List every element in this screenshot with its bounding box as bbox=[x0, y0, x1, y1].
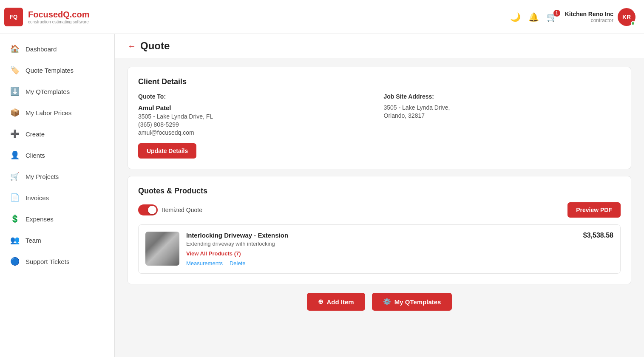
client-details-title: Client Details bbox=[138, 77, 621, 86]
quotes-products-title: Quotes & Products bbox=[138, 187, 621, 196]
my-qtemplates-label: My QTemplates bbox=[394, 298, 441, 306]
toggle-left: Itemized Quote bbox=[138, 204, 202, 215]
client-email: amul@focusedq.com bbox=[138, 129, 375, 136]
create-icon: ➕ bbox=[10, 129, 20, 139]
itemized-quote-toggle[interactable] bbox=[138, 204, 158, 215]
logo-text-block: FocusedQ.com construction estimating sof… bbox=[28, 10, 89, 24]
main-content: ← Quote Client Details Quote To: Amul Pa… bbox=[115, 34, 644, 357]
sidebar-label-invoices: Invoices bbox=[26, 194, 49, 201]
sidebar-label-my-projects: My Projects bbox=[26, 173, 59, 180]
sidebar-item-clients[interactable]: 👤 Clients bbox=[0, 144, 114, 166]
quotes-products-card: Quotes & Products Itemized Quote Preview… bbox=[128, 176, 631, 284]
topbar: FQ FocusedQ.com construction estimating … bbox=[0, 0, 644, 34]
toggle-knob bbox=[148, 206, 156, 214]
logo-subtitle: construction estimating software bbox=[28, 20, 89, 24]
cart-badge: 1 bbox=[553, 10, 560, 17]
avatar[interactable]: KR bbox=[618, 8, 635, 26]
preview-pdf-button[interactable]: Preview PDF bbox=[567, 202, 621, 218]
logo-initials: FQ bbox=[10, 14, 17, 20]
sidebar-label-clients: Clients bbox=[26, 152, 45, 159]
sidebar-label-support-tickets: Support Tickets bbox=[26, 258, 69, 265]
sidebar-item-my-labor-prices[interactable]: 📦 My Labor Prices bbox=[0, 102, 114, 123]
sidebar-label-my-qtemplates: My QTemplates bbox=[26, 88, 70, 95]
topbar-right: 🌙 🔔 🛒 1 Kitchen Reno Inc contractor KR bbox=[510, 8, 635, 26]
sidebar-label-expenses: Expenses bbox=[26, 215, 54, 223]
product-price: $3,538.58 bbox=[583, 232, 613, 239]
team-icon: 👥 bbox=[10, 235, 20, 245]
measurements-link[interactable]: Measurements bbox=[186, 260, 223, 266]
job-site-label: Job Site Address: bbox=[384, 93, 621, 100]
quote-to-label: Quote To: bbox=[138, 93, 375, 100]
client-phone: (365) 808-5299 bbox=[138, 121, 375, 128]
moon-icon[interactable]: 🌙 bbox=[510, 12, 521, 22]
my-qtemplates-icon: ⬇️ bbox=[10, 87, 20, 96]
sidebar-item-my-qtemplates[interactable]: ⬇️ My QTemplates bbox=[0, 81, 114, 102]
quote-to-section: Quote To: Amul Patel 3505 - Lake Lynda D… bbox=[138, 93, 375, 159]
sidebar-item-invoices[interactable]: 📄 Invoices bbox=[0, 187, 114, 208]
client-name: Amul Patel bbox=[138, 104, 375, 111]
toggle-row: Itemized Quote Preview PDF bbox=[138, 202, 621, 218]
view-all-products-link[interactable]: View All Products (7) bbox=[186, 250, 576, 257]
avatar-initials: KR bbox=[622, 14, 631, 20]
quote-templates-icon: 🏷️ bbox=[10, 65, 20, 75]
my-projects-icon: 🛒 bbox=[10, 172, 20, 181]
user-info: Kitchen Reno Inc contractor KR bbox=[565, 8, 635, 26]
sidebar-item-dashboard[interactable]: 🏠 Dashboard bbox=[0, 38, 114, 60]
bottom-actions: ⊕ Add Item ⚙️ My QTemplates bbox=[128, 293, 631, 315]
sidebar-item-create[interactable]: ➕ Create bbox=[0, 123, 114, 144]
product-actions: Measurements Delete bbox=[186, 260, 576, 266]
my-qtemplates-button[interactable]: ⚙️ My QTemplates bbox=[372, 293, 452, 311]
job-site-section: Job Site Address: 3505 - Lake Lynda Driv… bbox=[384, 93, 621, 159]
product-description: Extending driveway with interlocking bbox=[186, 241, 576, 247]
labor-prices-icon: 📦 bbox=[10, 108, 20, 117]
product-image bbox=[145, 232, 179, 266]
add-item-button[interactable]: ⊕ Add Item bbox=[307, 293, 365, 311]
toggle-label: Itemized Quote bbox=[162, 207, 202, 213]
sidebar-label-create: Create bbox=[26, 130, 45, 138]
page-title: Quote bbox=[140, 40, 170, 52]
support-icon: 🔵 bbox=[10, 257, 20, 266]
page-header: ← Quote bbox=[115, 34, 644, 58]
job-site-address-line1: 3505 - Lake Lynda Drive, bbox=[384, 104, 621, 111]
product-info: Interlocking Driveway - Extension Extend… bbox=[186, 232, 576, 266]
job-site-address-line2: Orlando, 32817 bbox=[384, 112, 621, 119]
back-button[interactable]: ← bbox=[128, 41, 136, 51]
sidebar-label-my-labor-prices: My Labor Prices bbox=[26, 109, 71, 116]
qtemplates-settings-icon: ⚙️ bbox=[383, 298, 391, 306]
sidebar-item-expenses[interactable]: 💲 Expenses bbox=[0, 208, 114, 230]
product-name: Interlocking Driveway - Extension bbox=[186, 232, 576, 239]
online-indicator bbox=[631, 21, 635, 26]
sidebar-label-dashboard: Dashboard bbox=[26, 45, 57, 53]
layout: 🏠 Dashboard 🏷️ Quote Templates ⬇️ My QTe… bbox=[0, 34, 644, 357]
add-item-label: Add Item bbox=[327, 298, 354, 306]
logo-icon: FQ bbox=[4, 8, 23, 26]
user-text: Kitchen Reno Inc contractor bbox=[565, 11, 613, 23]
invoices-icon: 📄 bbox=[10, 193, 20, 202]
client-grid: Quote To: Amul Patel 3505 - Lake Lynda D… bbox=[138, 93, 621, 159]
user-role: contractor bbox=[565, 17, 613, 23]
sidebar-label-quote-templates: Quote Templates bbox=[26, 67, 74, 74]
expenses-icon: 💲 bbox=[10, 214, 20, 224]
update-details-button[interactable]: Update Details bbox=[138, 143, 196, 159]
logo-title: FocusedQ.com bbox=[28, 10, 89, 20]
add-item-icon: ⊕ bbox=[318, 298, 323, 306]
sidebar-item-quote-templates[interactable]: 🏷️ Quote Templates bbox=[0, 60, 114, 81]
product-item: Interlocking Driveway - Extension Extend… bbox=[138, 224, 621, 274]
sidebar: 🏠 Dashboard 🏷️ Quote Templates ⬇️ My QTe… bbox=[0, 34, 115, 357]
sidebar-item-my-projects[interactable]: 🛒 My Projects bbox=[0, 166, 114, 187]
topbar-logo: FQ FocusedQ.com construction estimating … bbox=[0, 8, 115, 26]
notifications-icon[interactable]: 🔔 bbox=[528, 12, 539, 22]
sidebar-label-team: Team bbox=[26, 237, 41, 244]
user-name: Kitchen Reno Inc bbox=[565, 11, 613, 17]
client-details-card: Client Details Quote To: Amul Patel 3505… bbox=[128, 67, 631, 169]
sidebar-item-support-tickets[interactable]: 🔵 Support Tickets bbox=[0, 251, 114, 272]
clients-icon: 👤 bbox=[10, 150, 20, 160]
home-icon: 🏠 bbox=[10, 44, 20, 54]
cart-icon[interactable]: 🛒 1 bbox=[547, 12, 557, 22]
delete-link[interactable]: Delete bbox=[230, 260, 246, 266]
client-address: 3505 - Lake Lynda Drive, FL bbox=[138, 113, 375, 120]
sidebar-item-team[interactable]: 👥 Team bbox=[0, 230, 114, 251]
